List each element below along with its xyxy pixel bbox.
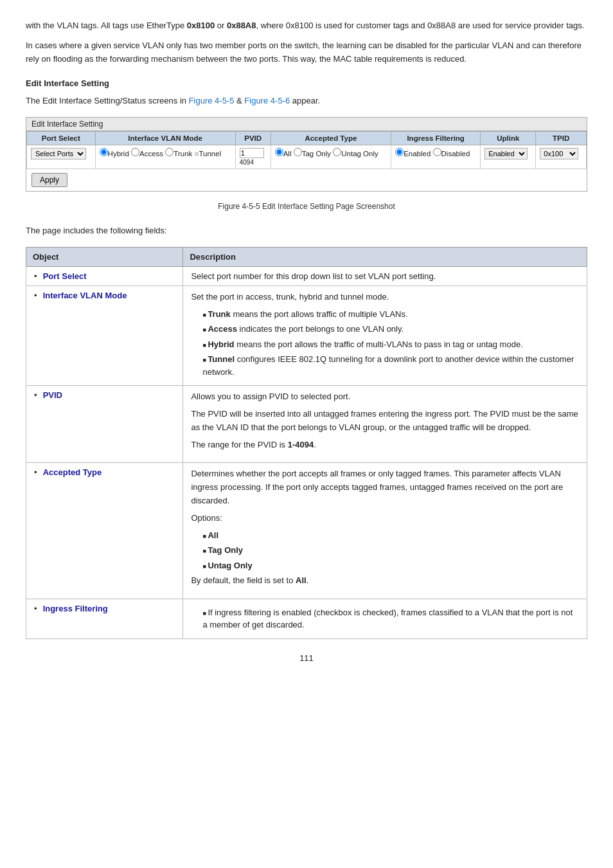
- radio-group-vlan-mode: Hybrid Access Trunk ○Tunnel: [100, 150, 222, 158]
- accepted-type-list: All Tag Only Untag Only: [202, 529, 579, 572]
- figure-caption: Figure 4-5-5 Edit Interface Setting Page…: [26, 201, 587, 213]
- desc-col-description: Description: [183, 247, 587, 266]
- intro-para2: In cases where a given service VLAN only…: [26, 39, 587, 66]
- col-accepted-type: Accepted Type: [271, 131, 391, 145]
- pvid-range-text: The range for the PVID is 1-4094.: [191, 439, 579, 452]
- cell-ingress-filtering: Enabled Disabled: [391, 145, 481, 168]
- edit-interface-title: Edit Interface Setting: [26, 118, 587, 131]
- desc-pvid: Allows you to assign PVID to selected po…: [183, 386, 587, 463]
- ingress-list: If ingress filtering is enabled (checkbo…: [202, 606, 579, 631]
- list-item: Access indicates the port belongs to one…: [202, 323, 579, 336]
- radio-access[interactable]: [131, 148, 139, 156]
- list-item: Trunk means the port allows traffic of m…: [202, 308, 579, 321]
- col-port-select: Port Select: [27, 131, 96, 145]
- section-title: Edit Interface Setting: [26, 77, 587, 91]
- label-tag-only: Tag Only: [302, 150, 331, 158]
- desc-port-select: Select port number for this drop down li…: [183, 266, 587, 285]
- list-item: Tag Only: [202, 544, 579, 557]
- label-hybrid: Hybrid: [108, 150, 129, 158]
- intro-para1: with the VLAN tags. All tags use EtherTy…: [26, 19, 587, 33]
- list-item: Hybrid means the port allows the traffic…: [202, 338, 579, 351]
- default-text: By default, the field is set to All.: [191, 574, 579, 588]
- figure-link-2[interactable]: Figure 4-5-6: [244, 96, 290, 105]
- col-uplink: Uplink: [481, 131, 536, 145]
- desc-interface-vlan-mode: Set the port in access, trunk, hybrid an…: [183, 285, 587, 385]
- radio-group-accepted: All Tag Only Untag Only: [275, 150, 378, 158]
- cell-pvid: 4094: [235, 145, 271, 168]
- label-all: All: [283, 150, 292, 158]
- interface-table: Port Select Interface VLAN Mode PVID Acc…: [26, 131, 587, 169]
- pvid-input[interactable]: [240, 148, 264, 158]
- edit-interface-box: Edit Interface Setting Port Select Inter…: [26, 117, 587, 192]
- tpid-select[interactable]: 0x100 0x88A8: [540, 148, 578, 159]
- table-row: • Port Select Select port number for thi…: [26, 266, 587, 285]
- table-row: • Ingress Filtering If ingress filtering…: [26, 599, 587, 638]
- uplink-select[interactable]: Enabled Disabled: [484, 148, 528, 159]
- list-item: All: [202, 529, 579, 542]
- col-pvid: PVID: [235, 131, 271, 145]
- list-item: Untag Only: [202, 559, 579, 572]
- apply-button[interactable]: Apply: [31, 173, 67, 187]
- cell-vlan-mode: Hybrid Access Trunk ○Tunnel: [95, 145, 235, 168]
- col-ingress-filtering: Ingress Filtering: [391, 131, 481, 145]
- list-item: Tunnel configures IEEE 802.1Q tunneling …: [202, 353, 579, 378]
- radio-all[interactable]: [275, 148, 283, 156]
- table-row: • PVID Allows you to assign PVID to sele…: [26, 386, 587, 463]
- radio-ingress-enabled[interactable]: [395, 148, 404, 156]
- label-ingress-disabled: Disabled: [441, 150, 470, 158]
- port-select-dropdown[interactable]: Select Ports: [31, 148, 86, 159]
- page-number: 111: [26, 652, 587, 665]
- col-tpid: TPID: [536, 131, 587, 145]
- radio-hybrid[interactable]: [100, 148, 108, 156]
- radio-tag-only[interactable]: [294, 148, 302, 156]
- radio-trunk[interactable]: [165, 148, 173, 156]
- label-trunk: Trunk: [173, 150, 192, 158]
- figure-link-1[interactable]: Figure 4-5-5: [189, 96, 235, 105]
- desc-col-object: Object: [26, 247, 183, 266]
- label-access: Access: [139, 150, 163, 158]
- radio-ingress-disabled[interactable]: [433, 148, 441, 156]
- desc-ingress-filtering: If ingress filtering is enabled (checkbo…: [183, 599, 587, 638]
- object-port-select: • Port Select: [26, 266, 183, 285]
- fields-intro: The page includes the following fields:: [26, 224, 587, 238]
- object-pvid: • PVID: [26, 386, 183, 463]
- label-untag-only: Untag Only: [341, 150, 378, 158]
- cell-accepted-type: All Tag Only Untag Only: [271, 145, 391, 168]
- vlan-mode-list: Trunk means the port allows traffic of m…: [202, 308, 579, 379]
- object-ingress-filtering: • Ingress Filtering: [26, 599, 183, 638]
- description-table: Object Description • Port Select Select …: [26, 247, 587, 639]
- object-interface-vlan-mode: • Interface VLAN Mode: [26, 285, 183, 385]
- cell-port-select: Select Ports: [27, 145, 96, 168]
- desc-accepted-type: Determines whether the port accepts all …: [183, 463, 587, 599]
- label-ingress-enabled: Enabled: [404, 150, 431, 158]
- label-tunnel: Tunnel: [199, 150, 221, 158]
- table-row: • Accepted Type Determines whether the p…: [26, 463, 587, 599]
- col-interface-vlan-mode: Interface VLAN Mode: [95, 131, 235, 145]
- section-intro: The Edit Interface Setting/Status screen…: [26, 95, 587, 108]
- cell-tpid: 0x100 0x88A8: [536, 145, 587, 168]
- cell-uplink: Enabled Disabled: [481, 145, 536, 168]
- apply-button-area: Apply: [26, 169, 587, 191]
- object-accepted-type: • Accepted Type: [26, 463, 183, 599]
- pvid-range: 4094: [240, 159, 254, 166]
- radio-untag-only[interactable]: [333, 148, 341, 156]
- table-row: • Interface VLAN Mode Set the port in ac…: [26, 285, 587, 385]
- list-item: If ingress filtering is enabled (checkbo…: [202, 606, 579, 631]
